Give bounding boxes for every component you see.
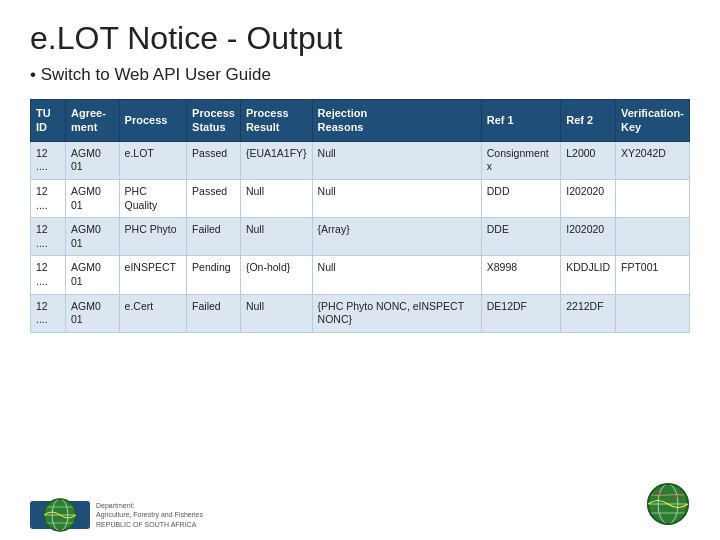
page-subtitle: Switch to Web API User Guide: [30, 65, 690, 85]
footer-right: [646, 482, 690, 530]
table-header-row: TUID Agree-ment Process ProcessStatus Pr…: [31, 100, 690, 142]
table-cell-3-0: 12 ....: [31, 256, 66, 294]
table-cell-0-1: AGM0 01: [66, 141, 120, 179]
table-cell-4-1: AGM0 01: [66, 294, 120, 332]
table-cell-4-6: DE12DF: [481, 294, 560, 332]
table-cell-1-6: DDD: [481, 179, 560, 217]
table-cell-3-1: AGM0 01: [66, 256, 120, 294]
table-cell-1-0: 12 ....: [31, 179, 66, 217]
table-cell-1-2: PHC Quality: [119, 179, 187, 217]
table-cell-3-2: eINSPECT: [119, 256, 187, 294]
table-cell-2-0: 12 ....: [31, 218, 66, 256]
col-header-agreement: Agree-ment: [66, 100, 120, 142]
col-header-process: Process: [119, 100, 187, 142]
table-cell-4-2: e.Cert: [119, 294, 187, 332]
table-cell-0-4: {EUA1A1FY}: [240, 141, 312, 179]
table-cell-4-7: 2212DF: [561, 294, 616, 332]
col-header-process-status: ProcessStatus: [187, 100, 241, 142]
footer-country: REPUBLIC OF SOUTH AFRICA: [96, 520, 203, 530]
table-row: 12 ....AGM0 01PHC QualityPassedNullNullD…: [31, 179, 690, 217]
table-row: 12 ....AGM0 01e.CertFailedNull{PHC Phyto…: [31, 294, 690, 332]
table-cell-2-4: Null: [240, 218, 312, 256]
col-header-tu-id: TUID: [31, 100, 66, 142]
col-header-ref2: Ref 2: [561, 100, 616, 142]
main-table: TUID Agree-ment Process ProcessStatus Pr…: [30, 99, 690, 333]
col-header-process-result: ProcessResult: [240, 100, 312, 142]
table-cell-3-5: Null: [312, 256, 481, 294]
table-cell-4-8: [616, 294, 690, 332]
table-cell-3-3: Pending: [187, 256, 241, 294]
table-cell-1-1: AGM0 01: [66, 179, 120, 217]
footer-text-block: Department: Agriculture, Forestry and Fi…: [96, 501, 203, 530]
table-cell-1-8: [616, 179, 690, 217]
table-row: 12 ....AGM0 01eINSPECTPending{On-hold}Nu…: [31, 256, 690, 294]
footer-logo-svg: [42, 497, 78, 533]
table-cell-3-6: X8998: [481, 256, 560, 294]
table-cell-2-3: Failed: [187, 218, 241, 256]
footer-dept-label: Department:: [96, 501, 203, 511]
table-cell-0-2: e.LOT: [119, 141, 187, 179]
col-header-rejection-reasons: RejectionReasons: [312, 100, 481, 142]
footer-dept-name: Agriculture, Forestry and Fisheries: [96, 510, 203, 520]
table-cell-4-4: Null: [240, 294, 312, 332]
table-cell-2-6: DDE: [481, 218, 560, 256]
table-cell-2-7: I202020: [561, 218, 616, 256]
table-cell-0-0: 12 ....: [31, 141, 66, 179]
table-cell-0-7: L2000: [561, 141, 616, 179]
table-cell-4-3: Failed: [187, 294, 241, 332]
table-cell-2-1: AGM0 01: [66, 218, 120, 256]
page: e.LOT Notice - Output Switch to Web API …: [0, 0, 720, 540]
table-cell-1-3: Passed: [187, 179, 241, 217]
table-cell-2-5: {Array}: [312, 218, 481, 256]
footer-logo: [30, 501, 90, 529]
col-header-verification-key: Verification-Key: [616, 100, 690, 142]
table-cell-4-5: {PHC Phyto NONC, eINSPECT NONC}: [312, 294, 481, 332]
table-cell-4-0: 12 ....: [31, 294, 66, 332]
table-cell-0-5: Null: [312, 141, 481, 179]
table-cell-0-8: XY2042D: [616, 141, 690, 179]
table-cell-3-4: {On-hold}: [240, 256, 312, 294]
table-cell-3-8: FPT001: [616, 256, 690, 294]
table-cell-3-7: KDDJLID: [561, 256, 616, 294]
table-cell-0-6: Consignment x: [481, 141, 560, 179]
table-row: 12 ....AGM0 01PHC PhytoFailedNull{Array}…: [31, 218, 690, 256]
table-cell-1-4: Null: [240, 179, 312, 217]
col-header-ref1: Ref 1: [481, 100, 560, 142]
table-cell-1-5: Null: [312, 179, 481, 217]
footer-left: Department: Agriculture, Forestry and Fi…: [30, 501, 203, 530]
footer-right-globe-icon: [646, 482, 690, 526]
table-cell-1-7: I202020: [561, 179, 616, 217]
table-cell-2-8: [616, 218, 690, 256]
table-body: 12 ....AGM0 01e.LOTPassed{EUA1A1FY}NullC…: [31, 141, 690, 332]
table-cell-2-2: PHC Phyto: [119, 218, 187, 256]
table-cell-0-3: Passed: [187, 141, 241, 179]
table-row: 12 ....AGM0 01e.LOTPassed{EUA1A1FY}NullC…: [31, 141, 690, 179]
page-title: e.LOT Notice - Output: [30, 20, 690, 57]
